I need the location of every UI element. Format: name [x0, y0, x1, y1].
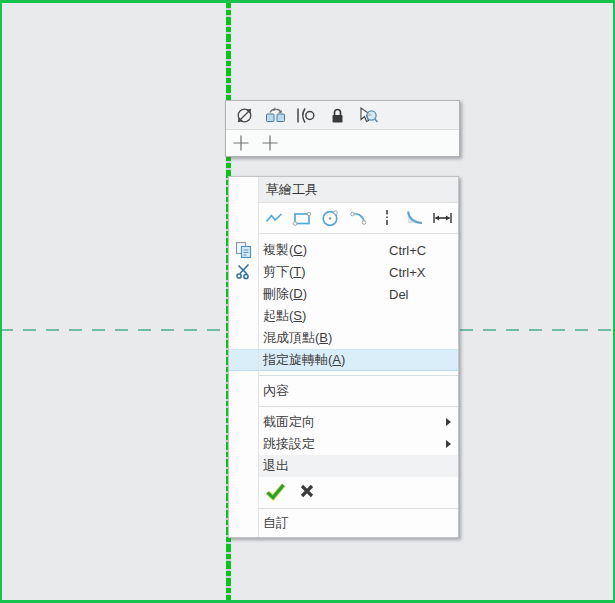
copy-icon — [235, 241, 253, 262]
menu-item-label: 跳接設定 — [263, 435, 315, 453]
free-rotate-icon — [235, 106, 254, 125]
concentric-constraint-icon — [296, 107, 316, 124]
menu-item-snap-settings[interactable]: 跳接設定 — [229, 433, 458, 455]
menu-item-blend-vertex[interactable]: 混成頂點(B) — [229, 327, 458, 349]
centerline-tool-button[interactable] — [376, 206, 397, 230]
sketch-tools-row — [259, 203, 458, 234]
shortcut-label: Del — [389, 287, 409, 302]
confirm-row — [229, 477, 458, 505]
line-tool-button[interactable] — [264, 206, 285, 230]
lock-button[interactable] — [326, 104, 348, 126]
menu-item-delete[interactable]: 刪除(D) Del — [229, 283, 458, 305]
mini-toolbar — [225, 100, 460, 157]
confirm-ok-button[interactable] — [265, 482, 286, 501]
zoom-selection-icon — [358, 107, 379, 124]
cut-icon — [235, 263, 252, 283]
context-menu: 草繪工具 — [228, 176, 459, 538]
menu-item-label: 指定旋轉軸(A) — [263, 351, 345, 369]
menu-item-label: 退出 — [263, 457, 289, 475]
crosshair-point-icon — [232, 134, 250, 152]
menu-item-copy[interactable]: 複製(C) Ctrl+C — [229, 239, 458, 261]
menu-separator — [259, 375, 458, 376]
menu-item-start-point[interactable]: 起點(S) — [229, 305, 458, 327]
menu-item-label: 自訂 — [263, 514, 289, 532]
circle-icon — [321, 209, 340, 227]
crosshair-point-button-1[interactable] — [230, 132, 252, 154]
lock-icon — [330, 107, 345, 124]
menu-item-label: 起點(S) — [263, 307, 306, 325]
cancel-x-button[interactable] — [300, 484, 314, 498]
mini-toolbar-row-2 — [226, 130, 459, 156]
submenu-arrow-icon — [446, 440, 451, 448]
line-icon — [265, 210, 284, 226]
x-icon — [300, 484, 314, 498]
menu-item-customize[interactable]: 自訂 — [229, 512, 458, 534]
shortcut-label: Ctrl+C — [389, 243, 426, 258]
fillet-curve-tool-button[interactable] — [404, 206, 425, 230]
menu-item-label: 混成頂點(B) — [263, 329, 332, 347]
swap-references-icon — [265, 107, 286, 124]
menu-item-exit[interactable]: 退出 — [229, 455, 458, 477]
mini-toolbar-row-1 — [226, 101, 459, 130]
shortcut-label: Ctrl+X — [389, 265, 425, 280]
circle-tool-button[interactable] — [320, 206, 341, 230]
menu-item-label: 內容 — [263, 382, 289, 400]
crosshair-point-icon — [261, 134, 279, 152]
arc-tool-button[interactable] — [348, 206, 369, 230]
menu-separator — [259, 406, 458, 407]
menu-separator — [259, 508, 458, 509]
rectangle-tool-button[interactable] — [292, 206, 313, 230]
dimension-tool-button[interactable] — [432, 206, 453, 230]
zoom-selection-button[interactable] — [357, 104, 379, 126]
menu-item-label: 剪下(T) — [263, 263, 306, 281]
check-icon — [265, 482, 286, 501]
centerline-icon — [382, 209, 392, 227]
menu-item-designate-rotation-axis[interactable]: 指定旋轉軸(A) — [229, 349, 458, 371]
concentric-constraint-button[interactable] — [295, 104, 317, 126]
dimension-icon — [432, 210, 453, 226]
menu-item-section-orientation[interactable]: 截面定向 — [229, 411, 458, 433]
crosshair-point-button-2[interactable] — [259, 132, 281, 154]
submenu-arrow-icon — [446, 418, 451, 426]
menu-item-label: 截面定向 — [263, 413, 315, 431]
rectangle-icon — [292, 210, 313, 227]
menu-item-label: 刪除(D) — [263, 285, 307, 303]
menu-item-label: 複製(C) — [263, 241, 307, 259]
fillet-curve-icon — [405, 209, 425, 227]
menu-item-properties[interactable]: 內容 — [229, 380, 458, 402]
arc-icon — [349, 209, 368, 227]
menu-header-sketch-tools: 草繪工具 — [259, 177, 458, 203]
free-rotate-button[interactable] — [233, 104, 255, 126]
swap-references-button[interactable] — [264, 104, 286, 126]
menu-item-cut[interactable]: 剪下(T) Ctrl+X — [229, 261, 458, 283]
